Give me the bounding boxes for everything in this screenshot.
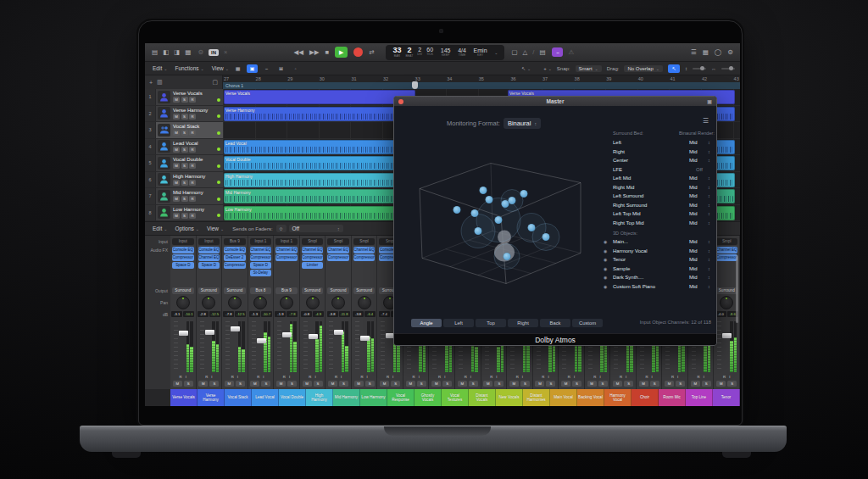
track-r-button[interactable]: R [189,213,196,219]
render-mode-value[interactable]: Mid [689,239,708,244]
volume-fader[interactable] [360,336,370,341]
crossfade-icon[interactable]: ⊠ [275,64,287,73]
input-slot[interactable]: Bus 9 [224,238,246,245]
channel-name[interactable]: Ghostly Vocals [415,389,442,406]
record-input-button[interactable]: I [367,375,368,379]
mute-button[interactable]: M [561,381,570,387]
plugin-slot[interactable]: Channel EQ [198,254,220,261]
solo-button[interactable]: S [314,381,323,387]
volume-fader[interactable] [309,334,318,339]
record-input-button[interactable]: R [568,375,570,379]
tempo-display[interactable]: 145KEEP [441,47,451,58]
channel-strip[interactable]: SmplChannel EQCompressorSurround-3.8-11.… [326,236,352,389]
track-header-vocal-double[interactable]: 5Vocal DoubleMSR [145,155,223,172]
solo-button[interactable]: S [236,381,245,387]
record-input-button[interactable]: R [698,375,700,379]
stepper-icon[interactable]: ↕ [708,284,715,289]
stepper-icon[interactable]: ↕ [708,275,715,280]
volume-fader[interactable] [257,338,266,343]
mute-button[interactable]: M [276,381,286,387]
record-input-button[interactable]: I [237,375,238,379]
browser-icon[interactable]: ▦ [703,49,709,56]
record-input-button[interactable]: I [522,375,523,379]
track-s-button[interactable]: S [181,180,188,186]
render-mode-value[interactable]: Mid [689,266,708,271]
stepper-icon[interactable]: ↕ [708,257,715,262]
mute-button[interactable]: M [458,381,467,387]
library-toggle-icon[interactable]: ▤ [152,49,158,56]
mute-button[interactable]: M [173,381,182,387]
plugin-slot[interactable]: Channel EQ [715,247,737,253]
plugin-slot[interactable]: St-Delay [250,270,272,276]
output-slot[interactable]: Surround [302,287,324,294]
channel-strip[interactable]: InputConsole EQChannel EQSpace DSurround… [197,236,223,389]
list-editor-icon[interactable]: ▤ [539,49,545,56]
mute-button[interactable]: M [483,381,492,387]
track-r-button[interactable]: R [189,163,196,169]
record-input-button[interactable]: R [593,375,596,379]
toolbar-toggle-icon[interactable]: ◨ [174,49,180,56]
track-s-button[interactable]: S [181,213,188,219]
record-input-button[interactable]: R [231,375,234,379]
mute-button[interactable]: M [406,381,415,387]
record-input-button[interactable]: R [413,375,415,379]
render-mode-value[interactable]: Mid [689,275,708,280]
menu-edit[interactable]: Edit⌄ [153,65,167,71]
track-s-button[interactable]: S [181,147,188,153]
plugin-slot[interactable]: Channel EQ [302,247,324,253]
track-r-button[interactable]: R [189,196,196,202]
input-slot[interactable]: Smpl [327,238,349,245]
view-tab-top[interactable]: Top [476,319,506,327]
input-slot[interactable]: Input [198,238,220,245]
record-input-button[interactable]: R [257,375,259,379]
channel-name[interactable]: Top Line [686,389,713,406]
plugin-slot[interactable]: Compressor [172,254,194,261]
input-monitor-dot[interactable] [217,148,220,151]
input-monitor-dot[interactable] [217,214,220,217]
track-m-button[interactable]: M [173,114,180,120]
channel-name[interactable]: Room Mic [659,389,686,406]
input-slot[interactable]: Input 1 [250,238,272,245]
record-input-button[interactable]: R [205,375,208,379]
track-header-verse-vocals[interactable]: 1Verse VocalsMSR [145,89,223,106]
time-signature-display[interactable]: 4/4TIME [458,47,466,58]
bar-ruler[interactable]: 2728293031323334353637383940414243 [223,75,740,82]
render-mode-value[interactable]: Mid [689,185,708,190]
input-slot[interactable]: Smpl [353,238,376,245]
mute-button[interactable]: M [509,381,519,387]
record-input-button[interactable]: R [283,375,286,379]
render-mode-value[interactable]: Off [696,167,715,172]
stop-button[interactable]: ■ [326,49,330,56]
menu-functions[interactable]: Functions⌄ [175,65,203,71]
input-monitor-dot[interactable] [217,114,220,118]
track-m-button[interactable]: M [173,147,180,153]
pan-knob[interactable] [253,296,267,309]
hamburger-icon[interactable]: ☰ [703,117,709,125]
record-input-button[interactable]: R [387,375,389,379]
track-r-button[interactable]: R [189,97,196,103]
stepper-icon[interactable]: ↕ [708,239,715,244]
forward-button[interactable]: ▶▶ [309,49,320,56]
plugin-slot[interactable]: Compressor [302,254,324,261]
mute-button[interactable]: M [587,381,597,387]
solo-button[interactable]: S [442,381,452,387]
stepper-icon[interactable]: ↕ [708,158,715,163]
record-input-button[interactable]: R [645,375,648,379]
track-s-button[interactable]: S [181,97,188,103]
metronome-icon[interactable]: △ [523,49,528,56]
solo-button[interactable]: S [365,381,375,387]
audio-object-dot[interactable] [495,216,503,224]
mute-button[interactable]: M [198,381,208,387]
render-mode-value[interactable]: Mid [689,140,708,145]
record-input-button[interactable]: I [444,375,445,379]
mute-button[interactable]: M [225,381,234,387]
channel-name[interactable]: Distant Vocals [469,389,496,406]
monitoring-format-dropdown[interactable]: Binaural ↕ [504,118,541,129]
scrollbar[interactable] [736,255,738,323]
record-input-button[interactable]: R [335,375,337,379]
channel-name[interactable]: Tenor [713,389,740,406]
render-mode-value[interactable]: Mid [689,193,708,198]
stepper-icon[interactable]: ↕ [708,149,715,154]
record-input-button[interactable]: I [289,375,290,379]
list-icon[interactable]: ☰ [691,49,697,56]
